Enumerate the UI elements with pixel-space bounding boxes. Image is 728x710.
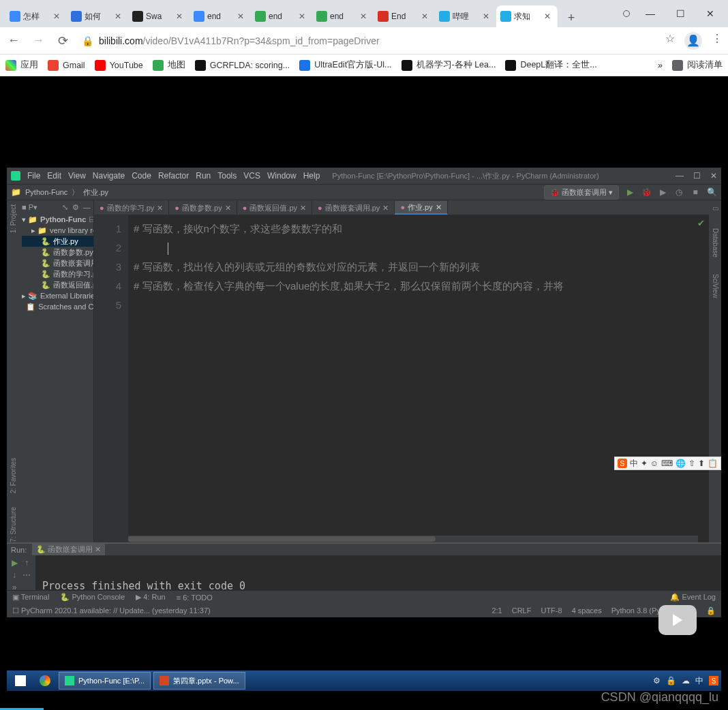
tree-file-3[interactable]: 🐍 函数的学习.py <box>22 268 93 279</box>
ime-lang[interactable]: 中 <box>630 458 638 469</box>
menu-file[interactable]: File <box>27 171 40 181</box>
forward-button[interactable]: → <box>30 33 46 49</box>
editor-tab-0[interactable]: ●函数的学习.py ✕ <box>94 201 169 215</box>
tree-file-4[interactable]: 🐍 函数返回值.py <box>22 279 93 290</box>
video-area[interactable]: File Edit View Navigate Code Refactor Ru… <box>0 76 728 710</box>
caret-pos[interactable]: 2:1 <box>491 606 502 615</box>
horizontal-scrollbar[interactable] <box>128 536 698 542</box>
omnibox[interactable]: 🔒 bilibili.com/video/BV1vA411b7Rn?p=34&s… <box>79 35 657 46</box>
menu-refactor[interactable]: Refactor <box>158 171 189 181</box>
apps-button[interactable]: 应用 <box>5 59 38 71</box>
event-log[interactable]: 🔔 Event Log <box>670 593 716 602</box>
tree-file-0[interactable]: 🐍 作业.py <box>22 236 93 247</box>
breadcrumb-file[interactable]: 作业.py <box>83 187 108 198</box>
tree-root[interactable]: ▾ 📁 Python-Func E:\ <box>22 214 93 225</box>
back-button[interactable]: ← <box>5 33 22 49</box>
bookmark-deepl[interactable]: DeepL翻译：全世... <box>505 59 596 71</box>
hide-icon[interactable]: — <box>83 203 91 212</box>
tray-lang[interactable]: 中 <box>695 675 703 687</box>
rerun-icon[interactable]: ▶ <box>10 558 19 568</box>
run-icon[interactable]: ▶ <box>624 187 635 197</box>
gear-icon[interactable]: ⚙ <box>72 203 79 212</box>
close-icon[interactable]: ✕ <box>299 12 308 21</box>
sidebar-sciview[interactable]: SciView <box>712 274 719 298</box>
coverage-icon[interactable]: ▶ <box>657 187 668 197</box>
line-sep[interactable]: CRLF <box>512 606 532 615</box>
tab-todo[interactable]: ≡ 6: TODO <box>177 593 213 602</box>
debug-icon[interactable]: 🐞 <box>641 187 652 197</box>
new-tab-button[interactable]: + <box>562 8 581 27</box>
close-icon[interactable]: ✕ <box>360 12 369 21</box>
tab-4[interactable]: end✕ <box>251 5 312 27</box>
code-editor[interactable]: ✔ 1 2 3 4 5 # 写函数，接收n个数字，求这些参数数字的和 # <box>94 215 709 542</box>
taskbar-ppt[interactable]: 第四章.pptx - Pow... <box>153 672 245 690</box>
encoding[interactable]: UTF-8 <box>541 606 562 615</box>
tree-external[interactable]: ▸ 📚 External Libraries <box>22 290 93 301</box>
bookmark-gcrflda[interactable]: GCRFLDA: scoring... <box>195 60 290 71</box>
ime-keyboard[interactable]: ⌨ <box>661 459 673 468</box>
editor-tab-1[interactable]: ●函数参数.py ✕ <box>169 201 237 215</box>
close-icon[interactable]: ✕ <box>544 12 553 21</box>
menu-tools[interactable]: Tools <box>217 171 237 181</box>
close-button[interactable]: ✕ <box>701 8 720 19</box>
menu-help[interactable]: Help <box>303 171 320 181</box>
menu-edit[interactable]: Edit <box>47 171 61 181</box>
ime-punct[interactable]: ✦ <box>641 459 648 468</box>
profile-icon-pyc[interactable]: ◷ <box>673 187 684 197</box>
ime-clip[interactable]: 📋 <box>708 459 718 468</box>
minimize-button[interactable]: — <box>641 8 660 19</box>
up-icon[interactable]: ↓ <box>10 570 19 580</box>
tab-1[interactable]: 如何✕ <box>67 5 128 27</box>
collapse-icon[interactable]: ⤡ <box>62 203 68 212</box>
ime-shift[interactable]: ⇧ <box>688 459 695 468</box>
menu-vcs[interactable]: VCS <box>243 171 260 181</box>
star-icon[interactable]: ☆ <box>665 32 675 50</box>
stop-icon[interactable]: ↑ <box>22 558 31 568</box>
editor-tab-3[interactable]: ●函数嵌套调用.py ✕ <box>312 201 395 215</box>
ime-emoji[interactable]: ☺ <box>650 459 658 468</box>
reload-button[interactable]: ⟳ <box>55 33 71 49</box>
close-icon[interactable]: ✕ <box>115 12 124 21</box>
code-lines[interactable]: # 写函数，接收n个数字，求这些参数数字的和 # 写函数，找出传入的列表或元组的… <box>128 215 709 542</box>
ime-up[interactable]: ⬆ <box>698 459 705 468</box>
pycharm-maximize[interactable]: ☐ <box>693 171 701 181</box>
tab-python-console[interactable]: 🐍 Python Console <box>60 593 125 602</box>
editor-tab-4[interactable]: ●作业.py ✕ <box>395 201 447 215</box>
taskbar-pycharm[interactable]: Python-Func [E:\P... <box>59 672 151 690</box>
breadcrumb-root[interactable]: Python-Func <box>25 188 67 196</box>
db-icon[interactable]: ▭ <box>712 204 718 212</box>
tree-venv[interactable]: ▸ 📁 venv library ro <box>22 225 93 236</box>
tray-icon[interactable]: 🔒 <box>666 676 676 685</box>
tab-terminal[interactable]: ▣ Terminal <box>12 593 49 602</box>
bookmark-youtube[interactable]: YouTube <box>95 60 143 71</box>
tab-run[interactable]: ▶ 4: Run <box>136 593 165 602</box>
tab-5[interactable]: end✕ <box>312 5 374 27</box>
maximize-button[interactable]: ☐ <box>671 8 690 19</box>
tab-2[interactable]: Swa✕ <box>128 5 189 27</box>
pycharm-close[interactable]: ✕ <box>710 171 717 181</box>
down-icon[interactable]: ⋯ <box>22 570 31 580</box>
sidebar-structure[interactable]: 7: Structure <box>10 507 17 542</box>
bookmark-ml[interactable]: 机器学习-各种 Lea... <box>401 59 496 71</box>
play-button[interactable] <box>658 605 697 635</box>
bookmark-ultraedit[interactable]: UltraEdit官方版-Ul... <box>299 59 391 71</box>
tab-7[interactable]: 哔哩✕ <box>435 5 496 27</box>
editor-tab-2[interactable]: ●函数返回值.py ✕ <box>237 201 312 215</box>
ime-toolbar[interactable]: S 中 ✦ ☺ ⌨ 🌐 ⇧ ⬆ 📋 <box>614 457 721 470</box>
tab-8[interactable]: 求知✕ <box>496 5 558 27</box>
run-config-dropdown[interactable]: 🐞 函数嵌套调用 ▾ <box>544 185 619 200</box>
close-icon[interactable]: ✕ <box>176 12 185 21</box>
menu-navigate[interactable]: Navigate <box>93 171 125 181</box>
profile-icon[interactable]: 👤 <box>684 32 702 50</box>
sidebar-favorites[interactable]: 2: Favorites <box>10 458 17 493</box>
bookmark-maps[interactable]: 地图 <box>153 59 185 71</box>
kebab-menu-icon[interactable]: ⋮ <box>712 32 723 50</box>
tab-3[interactable]: end✕ <box>189 5 251 27</box>
menu-code[interactable]: Code <box>132 171 151 181</box>
stop-icon[interactable]: ■ <box>690 187 701 197</box>
account-icon[interactable] <box>623 10 630 17</box>
tab-6[interactable]: End✕ <box>374 5 435 27</box>
sogou-icon[interactable]: S <box>618 459 627 468</box>
sidebar-project[interactable]: 1: Project <box>10 204 17 233</box>
menu-run[interactable]: Run <box>196 171 211 181</box>
